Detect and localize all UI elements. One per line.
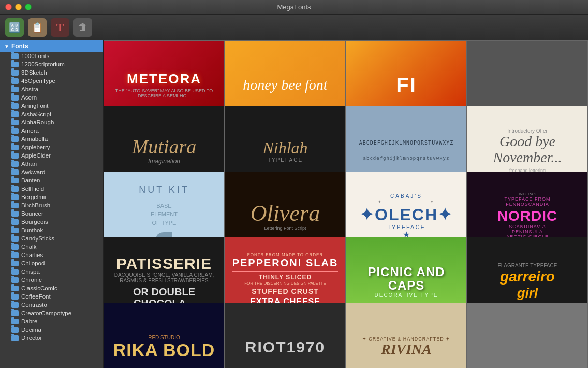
- sidebar-item-bourgeois[interactable]: Bourgeois: [0, 218, 103, 226]
- folder-icon: [11, 111, 19, 117]
- trash-toolbar-icon[interactable]: 🗑: [74, 18, 92, 37]
- sidebar-item-chispa[interactable]: Chispa: [0, 267, 103, 276]
- folder-icon: [11, 136, 19, 142]
- toolbar: 🔠 📋 T 🗑: [0, 15, 588, 40]
- folder-icon: [11, 211, 19, 217]
- main-content: ▼ Fonts 1000Fonts 1200Scriptorium 3DSket…: [0, 40, 588, 368]
- folder-icon: [11, 228, 19, 233]
- font-grid: METEORA THE "AUTO-SAVER" MAY ALSO BE USE…: [104, 40, 588, 368]
- folder-icon: [11, 319, 19, 324]
- font-tile-rivina[interactable]: ✦ CREATIVE & HANDCRAFTED ✦ RIVINA: [346, 303, 467, 368]
- folder-icon: [11, 53, 19, 59]
- sidebar-item-1000fonts[interactable]: 1000Fonts: [0, 52, 103, 60]
- sidebar-item-applecider[interactable]: AppleCider: [0, 151, 103, 160]
- sidebar-item-chronic[interactable]: Chronic: [0, 276, 103, 284]
- sidebar-item-chalk[interactable]: Chalk: [0, 243, 103, 251]
- folder-icon: [11, 219, 19, 225]
- sidebar-item-decima[interactable]: Decima: [0, 325, 103, 334]
- folder-icon: [11, 87, 19, 92]
- folder-icon: [11, 103, 19, 109]
- folder-icon: [11, 120, 19, 125]
- sidebar-item-appleberry[interactable]: Appleberry: [0, 143, 103, 151]
- sidebar-item-amora[interactable]: Amora: [0, 126, 103, 135]
- folder-icon: [11, 269, 19, 275]
- titlebar: MegaFonts: [0, 0, 588, 15]
- app-title: MegaFonts: [277, 3, 311, 11]
- font-tile-riot[interactable]: RIOT1970: [225, 303, 346, 368]
- sidebar-item-awkward[interactable]: Awkward: [0, 168, 103, 176]
- sidebar-item-chilopod[interactable]: Chilopod: [0, 259, 103, 267]
- sidebar-item-1200scriptorium[interactable]: 1200Scriptorium: [0, 60, 103, 68]
- folder-icon: [11, 203, 19, 208]
- maximize-button[interactable]: [25, 4, 32, 10]
- sidebar-item-coffeefont[interactable]: CoffeeFont: [0, 292, 103, 301]
- sidebar-item-bergelmir[interactable]: Bergelmir: [0, 193, 103, 201]
- folder-icon: [11, 335, 19, 341]
- sidebar-arrow: ▼: [4, 44, 9, 49]
- sidebar-item-45opentype[interactable]: 45OpenType: [0, 77, 103, 85]
- sidebar-item-acorn[interactable]: Acorn: [0, 93, 103, 102]
- fonts-toolbar-icon[interactable]: 🔠: [5, 18, 24, 37]
- folder-icon: [11, 294, 19, 300]
- sidebar-item-3dsketch[interactable]: 3DSketch: [0, 68, 103, 77]
- sidebar-item-aishascript[interactable]: AishaScript: [0, 110, 103, 118]
- folder-icon: [11, 95, 19, 101]
- sidebar-item-director[interactable]: Director: [0, 334, 103, 342]
- sidebar-item-bellfield[interactable]: BellField: [0, 185, 103, 193]
- bookmark-toolbar-icon[interactable]: 📋: [28, 18, 47, 37]
- folder-icon: [11, 252, 19, 258]
- folder-icon: [11, 277, 19, 283]
- folder-icon: [11, 145, 19, 150]
- folder-icon: [11, 78, 19, 84]
- folder-icon: [11, 161, 19, 167]
- sidebar-header-label: Fonts: [11, 43, 28, 50]
- sidebar-item-alpharough[interactable]: AlphaRough: [0, 118, 103, 126]
- sidebar-header[interactable]: ▼ Fonts: [0, 40, 103, 52]
- folder-icon: [11, 186, 19, 192]
- folder-icon: [11, 169, 19, 175]
- folder-icon: [11, 310, 19, 316]
- sidebar-item-birchbrush[interactable]: BirchBrush: [0, 201, 103, 209]
- close-button[interactable]: [5, 4, 12, 10]
- folder-icon: [11, 178, 19, 183]
- folder-icon: [11, 153, 19, 159]
- sidebar-item-airingfont[interactable]: AiringFont: [0, 102, 103, 110]
- font-tile-rika[interactable]: RED STUDIO RIKA BOLD: [104, 303, 225, 368]
- sidebar-item-candysticks[interactable]: CandySticks: [0, 234, 103, 243]
- folder-icon: [11, 194, 19, 200]
- minimize-button[interactable]: [15, 4, 22, 10]
- sidebar-item-bouncer[interactable]: Bouncer: [0, 209, 103, 218]
- folder-icon: [11, 70, 19, 76]
- sidebar-item-banten[interactable]: Banten: [0, 176, 103, 185]
- sidebar-item-bunthok[interactable]: Bunthok: [0, 226, 103, 234]
- folder-icon: [11, 244, 19, 250]
- folder-icon: [11, 261, 19, 266]
- sidebar-item-charlies[interactable]: Charlies: [0, 251, 103, 259]
- sidebar-item-dabre[interactable]: Dabre: [0, 317, 103, 325]
- window-controls[interactable]: [5, 4, 32, 10]
- sidebar-item-contrasto[interactable]: Contrasto: [0, 301, 103, 309]
- folder-icon: [11, 62, 19, 67]
- folder-icon: [11, 236, 19, 242]
- folder-icon: [11, 302, 19, 308]
- sidebar-item-annabella[interactable]: Annabella: [0, 135, 103, 143]
- font-tile-placeholder: [467, 303, 588, 368]
- text-toolbar-icon[interactable]: T: [51, 18, 69, 37]
- sidebar-item-creatorcampotype[interactable]: CreatorCampotype: [0, 309, 103, 317]
- sidebar-item-athan[interactable]: Athan: [0, 160, 103, 168]
- folder-icon: [11, 128, 19, 134]
- sidebar[interactable]: ▼ Fonts 1000Fonts 1200Scriptorium 3DSket…: [0, 40, 104, 368]
- folder-icon: [11, 327, 19, 333]
- folder-icon: [11, 286, 19, 291]
- sidebar-item-classiccomic[interactable]: ClassicComic: [0, 284, 103, 292]
- sidebar-item-abstra[interactable]: Abstra: [0, 85, 103, 93]
